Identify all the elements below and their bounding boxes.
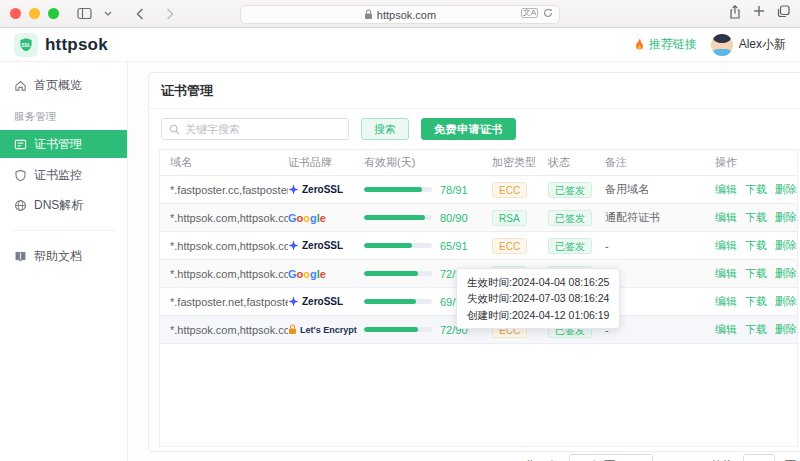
delete-link[interactable]: 删除: [775, 266, 797, 281]
cell-brand: ZeroSSL: [288, 184, 364, 195]
table-row[interactable]: *.httpsok.com,httpsok.com ZeroSSL 65/91 …: [160, 232, 797, 260]
sidebar-item-help-docs[interactable]: 帮助文档: [0, 241, 127, 271]
search-button[interactable]: 搜索: [361, 118, 409, 140]
edit-link[interactable]: 编辑: [715, 266, 737, 281]
delete-link[interactable]: 删除: [775, 210, 797, 225]
window-controls: [10, 8, 59, 19]
cell-domain: *.fastposter.cc,fastposter.cc: [160, 184, 288, 196]
encryption-tag: RSA: [492, 210, 527, 226]
edit-link[interactable]: 编辑: [715, 182, 737, 197]
pagination: 共 6 条 20条/页 ‹ 1 › 前往 页: [149, 447, 800, 461]
delete-link[interactable]: 删除: [775, 294, 797, 309]
page-title: 证书管理: [161, 83, 213, 98]
ssl-shield-icon: SSL: [14, 33, 38, 57]
progress-bar: [364, 243, 432, 248]
zoom-window-icon[interactable]: [48, 8, 59, 19]
cell-operations: 编辑 下载 删除: [715, 322, 797, 337]
status-badge: 已签发: [548, 210, 592, 226]
cell-encryption: ECC: [492, 182, 548, 198]
zerossl-icon: [288, 184, 299, 195]
page-size-select[interactable]: 20条/页: [569, 454, 653, 461]
table-row[interactable]: *.httpsok.com,httpsok.com Google 80/90 R…: [160, 204, 797, 232]
cert-manage-card: 证书管理 搜索 免费申请证书 域名 证书品牌 有效期(天) 加密类型: [148, 72, 800, 452]
sidebar-item-home[interactable]: 首页概览: [0, 70, 127, 100]
search-icon: [169, 124, 180, 135]
main-content: 证书管理 搜索 免费申请证书 域名 证书品牌 有效期(天) 加密类型: [128, 62, 800, 461]
download-link[interactable]: 下载: [745, 266, 767, 281]
apply-cert-button[interactable]: 免费申请证书: [421, 118, 516, 140]
translate-icon[interactable]: 文A: [521, 8, 538, 18]
tab-overview-icon[interactable]: [777, 5, 790, 19]
progress-bar: [364, 215, 432, 220]
sidebar-item-dns[interactable]: DNS解析: [0, 190, 127, 220]
delete-link[interactable]: 删除: [775, 182, 797, 197]
column-header-validity: 有效期(天): [364, 155, 492, 170]
sidebar-toggle-icon[interactable]: [75, 5, 93, 23]
brand-label: ZeroSSL: [302, 184, 343, 195]
certificate-icon: [14, 138, 27, 151]
reload-icon[interactable]: [543, 8, 553, 18]
goto-label: 前往: [711, 458, 733, 461]
share-icon[interactable]: [729, 5, 741, 19]
forward-icon[interactable]: [161, 5, 179, 23]
promo-link[interactable]: 推荐链接: [634, 36, 697, 53]
delete-link[interactable]: 删除: [775, 322, 797, 337]
brand-label: ZeroSSL: [302, 240, 343, 251]
app-logo[interactable]: SSL httpsok: [14, 33, 108, 57]
cell-domain: *.httpsok.com,httpsok.com: [160, 240, 288, 252]
goto-page-input[interactable]: [743, 454, 775, 461]
minimize-window-icon[interactable]: [29, 8, 40, 19]
cell-remark: 备用域名: [605, 182, 715, 197]
table-row[interactable]: *.fastposter.cc,fastposter.cc ZeroSSL 78…: [160, 176, 797, 204]
cell-validity: 80/90: [364, 212, 492, 224]
cell-operations: 编辑 下载 删除: [715, 238, 797, 253]
home-icon: [14, 79, 27, 92]
card-header: 证书管理: [149, 73, 800, 109]
column-header-brand: 证书品牌: [288, 155, 364, 170]
user-menu[interactable]: Alex小新: [711, 34, 786, 56]
close-window-icon[interactable]: [10, 8, 21, 19]
cell-domain: *.httpsok.com,httpsok.com: [160, 268, 288, 280]
flame-icon: [634, 38, 645, 51]
edit-link[interactable]: 编辑: [715, 210, 737, 225]
validity-value: 78/91: [440, 184, 468, 196]
status-badge: 已签发: [548, 238, 592, 254]
book-icon: [14, 250, 27, 263]
validity-value: 65/91: [440, 240, 468, 252]
sidebar: 首页概览 服务管理 证书管理 证书监控 DNS解析 帮助文档: [0, 62, 128, 461]
new-tab-icon[interactable]: [753, 5, 765, 19]
edit-link[interactable]: 编辑: [715, 322, 737, 337]
download-link[interactable]: 下载: [745, 210, 767, 225]
cell-operations: 编辑 下载 删除: [715, 294, 797, 309]
download-link[interactable]: 下载: [745, 182, 767, 197]
encryption-tag: ECC: [492, 182, 527, 198]
google-logo: Google: [288, 212, 326, 224]
edit-link[interactable]: 编辑: [715, 238, 737, 253]
brand-label: Let's Encrypt: [300, 325, 357, 335]
page-size-value: 20条/页: [578, 458, 615, 461]
edit-link[interactable]: 编辑: [715, 294, 737, 309]
download-link[interactable]: 下载: [745, 322, 767, 337]
cell-domain: *.httpsok.com,httpsok.com: [160, 324, 288, 336]
address-bar[interactable]: httpsok.com 文A: [240, 5, 560, 24]
validity-value: 80/90: [440, 212, 468, 224]
cell-validity: 78/91: [364, 184, 492, 196]
delete-link[interactable]: 删除: [775, 238, 797, 253]
back-icon[interactable]: [131, 5, 149, 23]
cell-operations: 编辑 下载 删除: [715, 182, 797, 197]
search-input[interactable]: [185, 123, 341, 135]
sidebar-section-label: 服务管理: [0, 100, 127, 128]
google-logo: Google: [288, 268, 326, 280]
cell-status: 已签发: [548, 210, 605, 226]
sidebar-item-cert-manage[interactable]: 证书管理: [0, 130, 127, 158]
encryption-tag: ECC: [492, 238, 527, 254]
search-box: [161, 118, 349, 140]
sidebar-item-label: 首页概览: [34, 77, 82, 94]
sidebar-item-cert-monitor[interactable]: 证书监控: [0, 160, 127, 190]
cell-remark: 通配符证书: [605, 210, 715, 225]
download-link[interactable]: 下载: [745, 294, 767, 309]
column-header-remark: 备注: [605, 155, 715, 170]
chevron-down-icon[interactable]: [99, 5, 117, 23]
progress-bar: [364, 187, 432, 192]
download-link[interactable]: 下载: [745, 238, 767, 253]
